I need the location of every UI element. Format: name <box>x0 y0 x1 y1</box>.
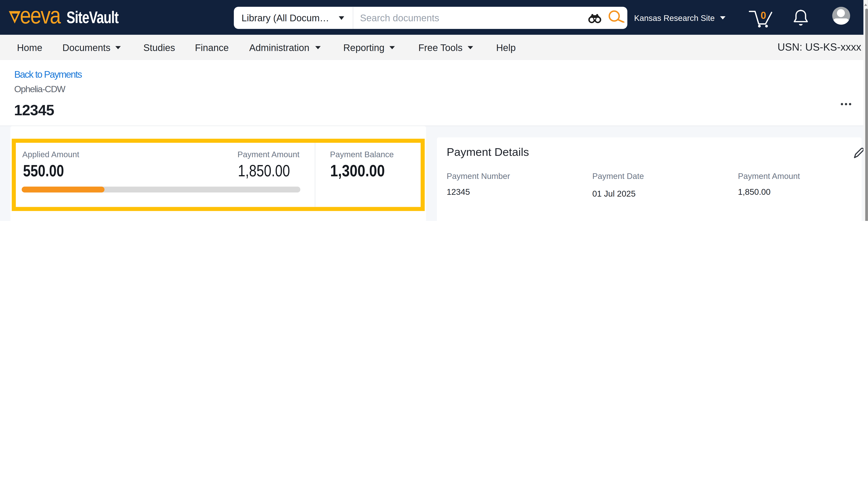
svg-text:0: 0 <box>761 10 766 21</box>
